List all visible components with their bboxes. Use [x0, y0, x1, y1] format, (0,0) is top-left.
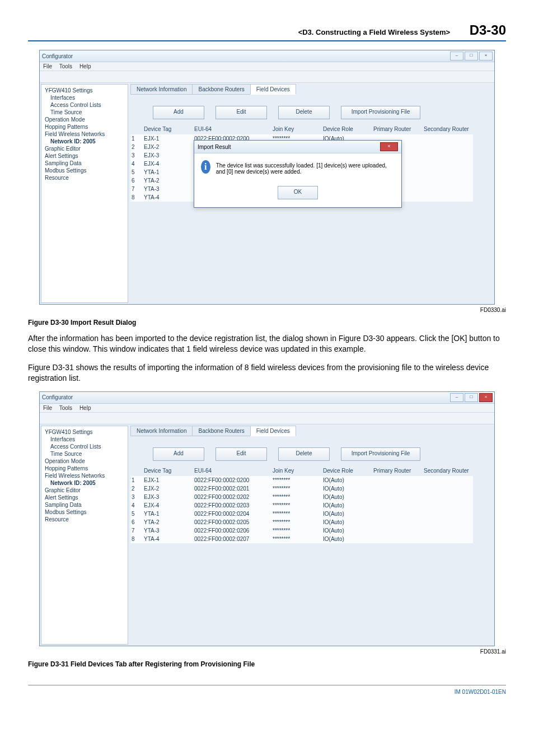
tab-backbone[interactable]: Backbone Routers	[192, 426, 250, 436]
import-button[interactable]: Import Provisioning File	[341, 106, 420, 119]
grid-cell[interactable]	[423, 493, 473, 501]
grid-cell[interactable]: YTA-3	[143, 185, 193, 193]
grid-cell[interactable]: 0022:FF00:0002:0207	[193, 535, 271, 543]
grid-cell[interactable]: EJX-4	[143, 160, 193, 168]
grid-cell[interactable]	[372, 484, 423, 493]
grid-cell[interactable]: 8	[130, 193, 143, 202]
tree-node[interactable]: Graphic Editor	[43, 145, 127, 152]
grid-cell[interactable]: ********	[271, 501, 322, 510]
grid-cell[interactable]: ********	[271, 510, 322, 518]
grid-cell[interactable]	[423, 176, 473, 185]
tree-node[interactable]: Access Control Lists	[43, 443, 127, 450]
grid-cell[interactable]	[372, 535, 423, 543]
tree-node[interactable]: Sampling Data	[43, 501, 127, 508]
grid-cell[interactable]	[423, 193, 473, 202]
grid-cell[interactable]: 3	[130, 151, 143, 160]
grid-cell[interactable]: IO(Auto)	[322, 526, 372, 535]
grid-cell[interactable]: 2	[130, 143, 143, 151]
dialog-close-icon[interactable]: ×	[380, 142, 398, 151]
delete-button[interactable]: Delete	[278, 106, 330, 119]
grid-cell[interactable]: 0022:FF00:0002:0204	[193, 510, 271, 518]
grid-cell[interactable]: YTA-2	[143, 176, 193, 185]
menu-help[interactable]: Help	[79, 63, 91, 69]
grid-cell[interactable]: YTA-1	[143, 510, 193, 518]
tree-node[interactable]: Network ID: 2005	[43, 138, 127, 145]
edit-button[interactable]: Edit	[216, 106, 267, 119]
grid-cell[interactable]: 7	[130, 185, 143, 193]
grid-cell[interactable]: YTA-3	[143, 526, 193, 535]
tab-network-info[interactable]: Network Information	[130, 426, 193, 436]
grid-cell[interactable]	[372, 493, 423, 501]
nav-tree[interactable]: YFGW410 SettingsInterfacesAccess Control…	[41, 426, 128, 645]
grid-cell[interactable]: 6	[130, 518, 143, 526]
menu-tools[interactable]: Tools	[59, 63, 72, 69]
grid-cell[interactable]: 0022:FF00:0002:0205	[193, 518, 271, 526]
tab-field-devices[interactable]: Field Devices	[250, 426, 296, 436]
grid-cell[interactable]	[423, 134, 473, 143]
grid-cell[interactable]: 5	[130, 510, 143, 518]
grid-cell[interactable]: 7	[130, 526, 143, 535]
grid-cell[interactable]: EJX-1	[143, 476, 193, 484]
grid-cell[interactable]	[423, 185, 473, 193]
grid-cell[interactable]: YTA-1	[143, 168, 193, 176]
grid-cell[interactable]: 3	[130, 493, 143, 501]
tab-backbone[interactable]: Backbone Routers	[192, 84, 250, 95]
tree-node[interactable]: YFGW410 Settings	[43, 87, 127, 94]
tree-node[interactable]: Hopping Patterns	[43, 123, 127, 130]
tree-node[interactable]: Graphic Editor	[43, 487, 127, 494]
grid-cell[interactable]: ********	[271, 518, 322, 526]
grid-cell[interactable]	[423, 476, 473, 484]
tree-node[interactable]: Modbus Settings	[43, 167, 127, 174]
tree-node[interactable]: Operation Mode	[43, 458, 127, 465]
grid-cell[interactable]: EJX-1	[143, 134, 193, 143]
grid-cell[interactable]	[423, 518, 473, 526]
menu-file[interactable]: File	[43, 405, 52, 411]
grid-cell[interactable]	[423, 484, 473, 493]
minimize-icon[interactable]: –	[450, 393, 463, 402]
nav-tree[interactable]: YFGW410 SettingsInterfacesAccess Control…	[41, 84, 128, 303]
grid-cell[interactable]	[372, 518, 423, 526]
tree-node[interactable]: YFGW410 Settings	[43, 428, 127, 436]
tree-node[interactable]: Alert Settings	[43, 152, 127, 160]
add-button[interactable]: Add	[153, 106, 204, 119]
grid-cell[interactable]	[423, 501, 473, 510]
tree-node[interactable]: Sampling Data	[43, 160, 127, 167]
grid-cell[interactable]	[423, 168, 473, 176]
tree-node[interactable]: Alert Settings	[43, 494, 127, 501]
grid-cell[interactable]: 4	[130, 160, 143, 168]
tree-node[interactable]: Network ID: 2005	[43, 479, 127, 487]
grid-cell[interactable]: 5	[130, 168, 143, 176]
grid-cell[interactable]: ********	[271, 476, 322, 484]
tree-node[interactable]: Time Source	[43, 109, 127, 116]
dialog-ok-button[interactable]: OK	[278, 186, 318, 199]
grid-cell[interactable]	[423, 526, 473, 535]
menu-file[interactable]: File	[43, 63, 52, 69]
grid-cell[interactable]	[372, 476, 423, 484]
tree-node[interactable]: Field Wireless Networks	[43, 472, 127, 479]
grid-cell[interactable]	[423, 143, 473, 151]
grid-cell[interactable]: IO(Auto)	[322, 510, 372, 518]
grid-cell[interactable]: ********	[271, 526, 322, 535]
tab-network-info[interactable]: Network Information	[130, 84, 193, 95]
grid-cell[interactable]: EJX-2	[143, 143, 193, 151]
minimize-icon[interactable]: –	[450, 52, 463, 60]
grid-cell[interactable]	[423, 510, 473, 518]
grid-cell[interactable]: 0022:FF00:0002:0203	[193, 501, 271, 510]
grid-cell[interactable]	[372, 526, 423, 535]
grid-cell[interactable]: 6	[130, 176, 143, 185]
grid-cell[interactable]: 0022:FF00:0002:0202	[193, 493, 271, 501]
edit-button[interactable]: Edit	[216, 447, 267, 461]
maximize-icon[interactable]: □	[465, 393, 478, 402]
grid-cell[interactable]	[423, 160, 473, 168]
grid-cell[interactable]	[372, 510, 423, 518]
close-icon[interactable]: ×	[479, 52, 493, 60]
grid-cell[interactable]: ********	[271, 493, 322, 501]
grid-cell[interactable]: EJX-3	[143, 151, 193, 160]
tree-node[interactable]: Time Source	[43, 450, 127, 458]
grid-cell[interactable]: 0022:FF00:0002:0201	[193, 484, 271, 493]
grid-cell[interactable]: 4	[130, 501, 143, 510]
tab-field-devices[interactable]: Field Devices	[250, 84, 296, 95]
grid-cell[interactable]: 0022:FF00:0002:0200	[193, 476, 271, 484]
grid-cell[interactable]: IO(Auto)	[322, 476, 372, 484]
grid-cell[interactable]: 1	[130, 476, 143, 484]
